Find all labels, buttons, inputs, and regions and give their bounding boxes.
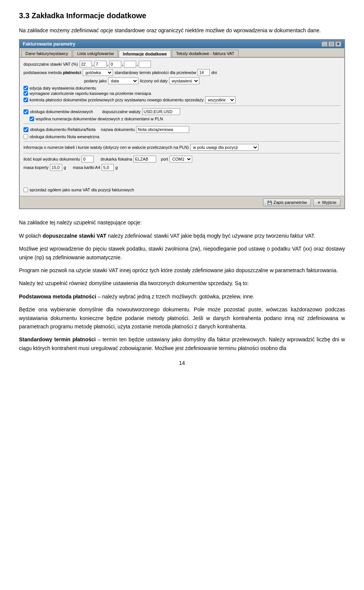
tab-dane-faktury[interactable]: Dane faktury/wystawcy: [21, 50, 72, 57]
paragraph-6: Podstawowa metoda płatności – należy wyb…: [19, 292, 345, 301]
dopuszczalne-waluty-input[interactable]: [142, 108, 180, 115]
page-number: 14: [19, 360, 345, 366]
refaktura-row: obsługa dokumentu Refaktura/Nota nazwa d…: [24, 126, 340, 133]
ilosc-kopii-input[interactable]: [82, 156, 94, 162]
masa-kartki-label: masa kartki A4: [73, 165, 100, 170]
checkbox-edycja-daty-label: edycja daty wystawienia dokumentu: [30, 86, 96, 90]
refaktura-label: obsługa dokumentu Refaktura/Nota: [30, 127, 96, 132]
vat-input-1[interactable]: [80, 61, 92, 68]
masa-kartki-input[interactable]: [102, 164, 114, 171]
info-numer-row: informacja o numerze tabeli i kursie wal…: [24, 144, 340, 151]
maximize-button[interactable]: □: [328, 41, 334, 47]
nazwa-dokumentu-label: nazwa dokumentu: [101, 127, 135, 132]
dialog-titlebar: Fakturowanie parametry _ □ ✕: [20, 40, 344, 48]
close-button[interactable]: ✕: [335, 41, 341, 47]
drukarka-input[interactable]: [133, 156, 156, 162]
divider-1: [24, 106, 340, 106]
exit-button[interactable]: ✕ Wyjście: [313, 199, 340, 206]
masa-kartki-unit: g: [115, 165, 118, 170]
spacer: [24, 172, 340, 188]
info-numer-label: informacja o numerze tabeli i kursie wal…: [24, 145, 189, 150]
paragraph-8: Standardowy termin płatności – termin te…: [19, 335, 345, 352]
checkbox-edycja-daty-input[interactable]: [24, 86, 28, 90]
vat-label: dopuszczalne stawki VAT (%): [24, 62, 78, 66]
divider-4: [24, 153, 340, 153]
standard-term-unit: dni: [211, 70, 217, 75]
paragraph-4: Program nie pozwoli na użycie stawki VAT…: [19, 266, 345, 274]
nota-label: obsługa dokumentu Nota wewnętrzna: [30, 134, 99, 139]
ilosc-kopii-label: ilość kopii wydruku dokumentu: [24, 157, 80, 161]
minimize-button[interactable]: _: [322, 41, 328, 47]
dialog-window: Fakturowanie parametry _ □ ✕ Dane faktur…: [19, 39, 345, 209]
dialog-title: Fakturowanie parametry: [23, 41, 75, 47]
masa-koperty-input[interactable]: [50, 164, 62, 171]
checkbox-nota-input[interactable]: [24, 134, 28, 139]
sprzedaz-row: sprzedaż ogółem jako suma VAT dla pozycj…: [24, 188, 340, 192]
kontrola-select[interactable]: wszystkie: [205, 96, 235, 103]
dewizowych-row: obsługa dokumentów dewizowych dopuszczal…: [24, 108, 340, 115]
checkbox-wymagane-input[interactable]: [24, 91, 28, 96]
tab-informacje-dodatkowe[interactable]: Informacje dodatkowe: [119, 50, 171, 57]
dialog-tabs: Dane faktury/wystawcy Lista usług/towaró…: [20, 48, 344, 58]
checkbox-wymagane-label: wymagane zakończenie raportu kasowego na…: [30, 91, 151, 96]
tab-lista-uslug[interactable]: Lista usług/towarów: [73, 50, 118, 57]
checkbox-edycja-daty: edycja daty wystawienia dokumentu: [24, 86, 340, 90]
masa-koperty-label: masa koperty: [24, 165, 49, 170]
podany-jako-select[interactable]: data: [108, 77, 138, 84]
paragraph-5: Należy też uzupełnić również domyślne us…: [19, 279, 345, 287]
comma-4: ,: [137, 62, 138, 66]
bold-platnosc: Podstawowa metoda płatności: [19, 293, 96, 300]
divider-2: [24, 123, 340, 124]
save-label: Zapis parametrów: [273, 200, 307, 205]
save-button[interactable]: 💾 Zapis parametrów: [263, 199, 311, 206]
vat-inputs: , , , ,: [80, 61, 151, 68]
titlebar-icons: _ □ ✕: [322, 41, 341, 47]
liczony-label: liczony od daty: [140, 79, 168, 83]
checkboxes-section: edycja daty wystawienia dokumentu wymaga…: [24, 86, 340, 103]
vat-rates-row: dopuszczalne stawki VAT (%) , , , ,: [24, 61, 340, 68]
paragraph-7: Będzie ona wybieranie domyślnie dla nowo…: [19, 305, 345, 331]
checkbox-dewizowych-input[interactable]: [24, 109, 28, 114]
paragraph-2: W polach dopuszczalne stawki VAT należy …: [19, 232, 345, 240]
liczony-select[interactable]: wystawienia: [169, 77, 199, 84]
dewizowych-label: obsługa dokumentów dewizowych: [30, 109, 93, 114]
save-icon: 💾: [267, 200, 272, 205]
checkbox-wspolna-input[interactable]: [30, 117, 34, 121]
port-select[interactable]: COM1: [169, 156, 192, 162]
checkbox-refaktura-input[interactable]: [24, 127, 28, 132]
paragraph-1: Na zakładce tej należy uzupełnić następu…: [19, 218, 345, 227]
payment-method-select[interactable]: gotówka: [83, 69, 113, 76]
podany-jako-label: podany jako: [84, 79, 107, 83]
comma-1: ,: [93, 62, 94, 66]
intro-paragraph: Na zakładce możemy zdefiniować opcje sta…: [19, 26, 345, 35]
tab-teksty-dodatkowe[interactable]: Teksty dodatkowe - faktura VAT: [172, 50, 238, 57]
standard-term-input[interactable]: [198, 69, 210, 76]
dialog-body: dopuszczalne stawki VAT (%) , , , , pods…: [20, 58, 344, 196]
wspolna-numeracja-label: wspólna numeracja dokumentów dewizowych …: [36, 117, 163, 121]
masa-koperty-unit: g: [64, 165, 66, 170]
paragraph-3: Możliwe jest wprowadzenie do pięciu staw…: [19, 245, 345, 262]
divider-3: [24, 141, 340, 142]
exit-label: Wyjście: [322, 200, 336, 205]
sprzedaz-label: sprzedaż ogółem jako suma VAT dla pozycj…: [30, 188, 134, 192]
port-label: port: [161, 157, 168, 161]
checkbox-kontrola-input[interactable]: [24, 98, 28, 102]
vat-input-5[interactable]: [139, 61, 151, 68]
info-numer-select[interactable]: w polu uwagi dla pozycji: [190, 144, 259, 151]
section-title: 3.3 Zakładka Informacje dodatkowe: [19, 11, 345, 20]
comma-3: ,: [122, 62, 123, 66]
drukarka-label: drukarka fiskalna: [100, 157, 132, 161]
wspolna-numeracja-row: wspólna numeracja dokumentów dewizowych …: [24, 117, 340, 121]
vat-input-2[interactable]: [94, 61, 107, 68]
payment-label: podstawowa metoda płatności: [24, 70, 81, 75]
nota-row: obsługa dokumentu Nota wewnętrzna: [24, 134, 340, 139]
checkbox-kontrola: kontrola płatności dokumentów przelewowy…: [24, 96, 340, 103]
vat-input-3[interactable]: [109, 61, 121, 68]
checkbox-kontrola-label: kontrola płatności dokumentów przelewowy…: [30, 98, 204, 102]
payment-method-row: podstawowa metoda płatności gotówka stan…: [24, 69, 340, 76]
checkbox-sprzedaz-input[interactable]: [24, 188, 28, 192]
vat-input-4[interactable]: [124, 61, 136, 68]
checkbox-wymagane: wymagane zakończenie raportu kasowego na…: [24, 91, 340, 96]
nazwa-dokumentu-input[interactable]: [136, 126, 189, 133]
standard-term-label: standardowy termin płatności dla przelew…: [115, 70, 196, 75]
